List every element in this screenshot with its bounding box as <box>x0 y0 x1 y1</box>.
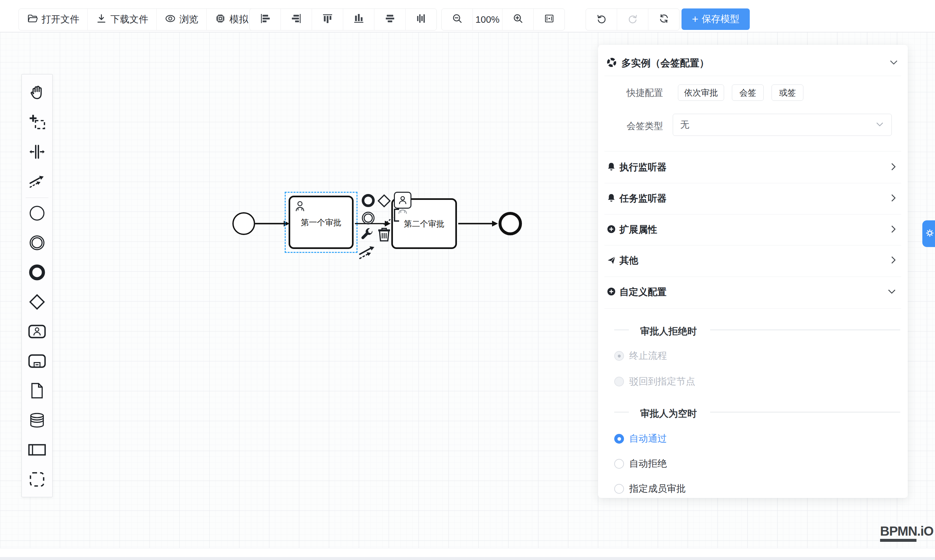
align-center-vertical-icon <box>415 13 427 26</box>
create-gateway[interactable] <box>22 288 53 317</box>
space-tool[interactable] <box>22 137 53 167</box>
global-connect-tool[interactable] <box>22 167 53 197</box>
align-center-horizontal-button[interactable] <box>374 9 406 30</box>
append-user-task-icon[interactable] <box>394 192 411 209</box>
start-event-node[interactable] <box>232 212 255 235</box>
radio-auto-pass[interactable]: 自动通过 <box>598 433 667 444</box>
sign-type-select[interactable]: 无 <box>673 114 892 136</box>
divider <box>604 245 901 245</box>
bpmn-io-logo-underline <box>880 539 917 542</box>
space-tool-icon <box>29 143 46 162</box>
change-type-wrench-icon[interactable] <box>360 227 374 242</box>
append-gateway-icon[interactable] <box>377 194 391 208</box>
create-data-object[interactable] <box>22 376 53 406</box>
radio-button-checked-disabled[interactable] <box>614 351 624 361</box>
create-user-task[interactable] <box>22 317 53 347</box>
append-intermediate-event-icon[interactable] <box>361 211 376 226</box>
call-activity-icon <box>28 354 46 369</box>
divider <box>604 183 901 183</box>
settings-tab[interactable] <box>922 220 935 247</box>
reset-button[interactable] <box>648 9 679 30</box>
save-model-button[interactable]: + 保存模型 <box>681 8 750 30</box>
radio-label: 驳回到指定节点 <box>629 375 695 388</box>
align-bottom-button[interactable] <box>343 9 374 30</box>
radio-assign-member[interactable]: 指定成员审批 <box>598 483 686 494</box>
open-file-button[interactable]: 打开文件 <box>19 9 88 30</box>
connect-tool-icon[interactable] <box>358 243 376 261</box>
quick-config-orsign-button[interactable]: 或签 <box>772 85 803 101</box>
plus-circle-icon <box>606 224 616 235</box>
palette-separator <box>26 198 48 198</box>
section-other[interactable]: 其他 <box>598 253 908 268</box>
undo-button[interactable] <box>586 9 617 30</box>
radio-button-disabled[interactable] <box>614 377 624 386</box>
chevron-down-icon[interactable] <box>889 60 898 66</box>
redo-icon <box>627 13 638 26</box>
align-bottom-icon <box>353 13 364 26</box>
radio-return-to-node[interactable]: 驳回到指定节点 <box>598 376 695 387</box>
create-intermediate-event[interactable] <box>22 228 53 258</box>
quick-config-countersign-button[interactable]: 会签 <box>732 85 764 101</box>
radio-auto-reject[interactable]: 自动拒绝 <box>598 458 667 469</box>
download-file-button[interactable]: 下载文件 <box>88 9 157 30</box>
quick-config-label: 快捷配置 <box>598 87 663 99</box>
zoom-level: 100% <box>473 9 503 30</box>
lasso-tool[interactable] <box>22 108 53 137</box>
align-right-button[interactable] <box>281 9 312 30</box>
radio-button[interactable] <box>614 459 624 469</box>
radio-button[interactable] <box>614 484 624 494</box>
redo-button[interactable] <box>617 9 648 30</box>
multi-instance-icon <box>606 57 617 69</box>
section-extended-properties[interactable]: 扩展属性 <box>598 222 908 238</box>
align-top-button[interactable] <box>312 9 343 30</box>
create-call-activity[interactable] <box>22 347 53 376</box>
radio-label: 自动拒绝 <box>629 457 667 470</box>
align-left-button[interactable] <box>249 9 281 30</box>
create-data-store[interactable] <box>22 406 53 435</box>
hand-tool[interactable] <box>22 78 53 108</box>
data-store-icon <box>29 412 46 429</box>
gear-icon <box>924 228 935 240</box>
save-model-label: 保存模型 <box>702 13 739 26</box>
task-label: 第一个审批 <box>301 217 341 228</box>
preview-eye-icon <box>165 13 176 26</box>
hand-tool-icon <box>29 84 46 102</box>
radio-button-checked[interactable] <box>614 434 624 444</box>
sign-type-label: 会签类型 <box>598 120 663 132</box>
create-start-event[interactable] <box>22 199 53 228</box>
zoom-out-button[interactable] <box>442 9 473 30</box>
align-center-vertical-button[interactable] <box>406 9 437 30</box>
create-group[interactable] <box>22 465 53 495</box>
end-event-node[interactable] <box>498 212 522 235</box>
simulate-chip-icon <box>215 13 226 26</box>
create-end-event[interactable] <box>22 258 53 288</box>
bpmn-io-logo-text: BPMN.iO <box>880 524 933 538</box>
section-label: 自定义配置 <box>620 286 667 299</box>
fit-viewport-icon <box>544 13 555 26</box>
zoom-in-button[interactable] <box>503 9 534 30</box>
append-end-event-icon[interactable] <box>361 193 376 208</box>
section-custom-config[interactable]: 自定义配置 <box>598 285 908 300</box>
create-participant[interactable] <box>22 435 53 465</box>
append-text-annotation-icon[interactable] <box>383 208 400 226</box>
divider <box>710 412 900 412</box>
send-icon <box>606 255 616 266</box>
toolbar-align-group <box>249 8 437 31</box>
delete-trash-icon[interactable] <box>376 226 392 243</box>
radio-terminate-process[interactable]: 终止流程 <box>598 350 667 362</box>
divider <box>710 329 900 330</box>
intermediate-event-icon <box>29 234 46 252</box>
section-task-listener[interactable]: 任务监听器 <box>598 191 908 206</box>
fit-viewport-button[interactable] <box>534 9 564 30</box>
sequence-flow-3[interactable] <box>458 217 498 230</box>
download-icon <box>96 13 107 26</box>
task-node-first[interactable]: 第一个审批 <box>289 195 354 249</box>
section-label: 执行监听器 <box>620 161 667 174</box>
section-label: 其他 <box>620 254 638 267</box>
preview-button[interactable]: 浏览 <box>157 9 207 30</box>
quick-config-sequential-button[interactable]: 依次审批 <box>678 85 724 101</box>
horizontal-scrollbar[interactable] <box>0 548 935 557</box>
panel-header[interactable]: 多实例（会签配置） <box>606 54 898 72</box>
toolbar-zoom-group: 100% <box>441 8 565 31</box>
section-execution-listener[interactable]: 执行监听器 <box>598 160 908 175</box>
